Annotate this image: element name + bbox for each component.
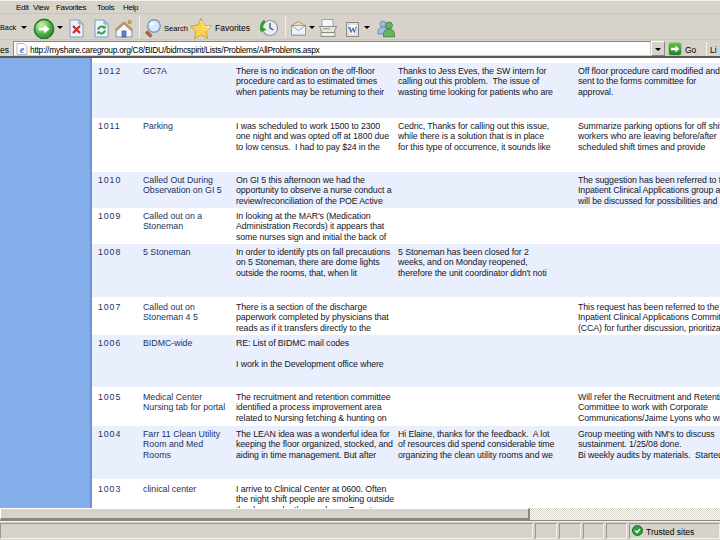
svg-text:W: W xyxy=(348,25,357,35)
svg-text:e: e xyxy=(20,44,25,55)
